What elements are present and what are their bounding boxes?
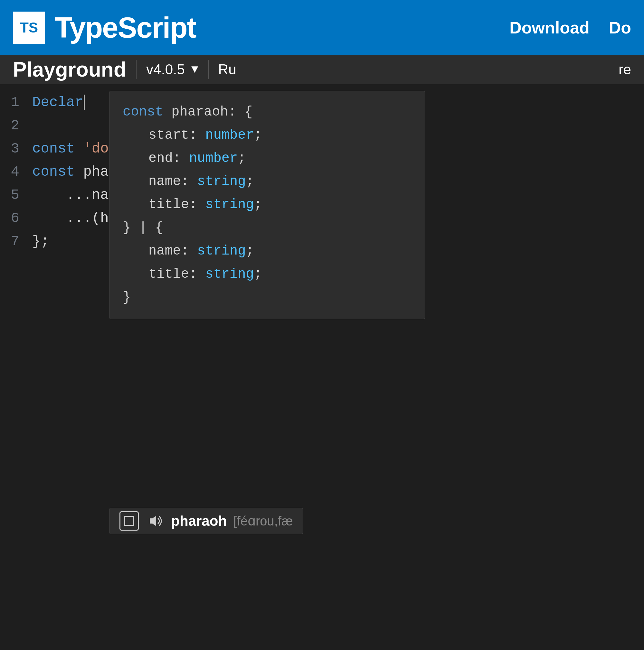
svg-rect-0	[125, 516, 134, 526]
header-nav: Download Do	[509, 18, 631, 37]
tooltip-line-1: const pharaoh : {	[123, 101, 412, 124]
tt-string-2: string	[205, 193, 254, 216]
tt-title-1: title:	[148, 193, 205, 216]
tooltip-line-6: } | {	[123, 217, 412, 240]
tt-const: const	[123, 101, 171, 123]
line-num-4: 4	[11, 160, 19, 183]
tt-number-2: number	[189, 147, 238, 170]
version-row: v4.0.5 ▼	[146, 62, 198, 78]
tooltip-line-7: name: string ;	[148, 240, 412, 263]
tt-union-open: } | {	[123, 217, 163, 240]
share-label[interactable]: re	[618, 62, 631, 77]
tooltip-line-2: start: number ;	[148, 124, 412, 147]
tt-number-1: number	[205, 124, 254, 147]
kw-const-4: const	[32, 165, 83, 179]
type-tooltip: const pharaoh : { start: number ; end: n…	[109, 91, 425, 319]
tt-start: start:	[148, 124, 205, 147]
tt-name: name:	[148, 170, 197, 193]
line-numbers: 1 2 3 4 5 6 7	[0, 84, 26, 253]
tt-end: end:	[148, 147, 189, 170]
tt-semi-2: ;	[238, 147, 246, 170]
version-text[interactable]: v4.0.5	[146, 62, 185, 78]
tt-semi-1: ;	[254, 124, 262, 147]
tooltip-line-8: title: string ;	[148, 263, 412, 286]
tt-close-brace: }	[123, 286, 131, 309]
tt-semi-5: ;	[246, 240, 254, 262]
tt-semi-3: ;	[246, 170, 254, 193]
word-text: pharaoh	[171, 513, 227, 529]
toolbar: Playground v4.0.5 ▼ Ru re	[0, 56, 644, 84]
run-button[interactable]: Ru	[218, 62, 236, 78]
speaker-icon[interactable]	[145, 511, 165, 531]
typescript-logo: TS	[13, 11, 45, 44]
line-num-7: 7	[11, 230, 19, 253]
tt-colon: : {	[228, 101, 253, 123]
word-phonetic: [féɑrou,fæ	[233, 513, 293, 528]
playground-label: Playground	[13, 58, 126, 81]
tt-semi-4: ;	[254, 193, 262, 216]
tooltip-line-3: end: number ;	[148, 147, 412, 170]
tt-string-1: string	[197, 170, 246, 193]
tt-string-4: string	[205, 263, 254, 286]
tt-name-2: name:	[148, 240, 197, 262]
version-dropdown-arrow[interactable]: ▼	[191, 63, 198, 76]
nav-download[interactable]: Download	[509, 18, 589, 37]
line-num-1: 1	[11, 91, 19, 114]
tt-pharaoh-name: pharaoh	[171, 101, 228, 123]
spread-name: ...na	[32, 188, 109, 202]
tt-title-2: title:	[148, 263, 205, 286]
tt-string-3: string	[197, 240, 246, 262]
text-cursor	[84, 95, 85, 110]
kw-const-3: const	[32, 142, 83, 156]
nav-docs[interactable]: Do	[609, 18, 631, 37]
line-num-3: 3	[11, 137, 19, 160]
closing-brace: };	[32, 234, 49, 248]
line-num-5: 5	[11, 183, 19, 207]
tooltip-line-5: title: string ;	[148, 193, 412, 217]
code-editor[interactable]: 1 2 3 4 5 6 7 Declar const 'dong const p…	[0, 84, 644, 650]
keyword-declar: Declar	[32, 95, 83, 109]
site-header: TS TypeScript Download Do	[0, 0, 644, 56]
stop-icon[interactable]	[120, 511, 139, 531]
line-num-6: 6	[11, 207, 19, 230]
site-title: TypeScript	[55, 11, 196, 44]
tt-semi-6: ;	[254, 263, 262, 286]
svg-marker-1	[150, 516, 156, 526]
line-num-2: 2	[11, 114, 19, 137]
tooltip-line-4: name: string ;	[148, 170, 412, 193]
word-definition-popup: pharaoh [féɑrou,fæ	[109, 508, 303, 534]
tooltip-line-9: }	[123, 286, 412, 309]
